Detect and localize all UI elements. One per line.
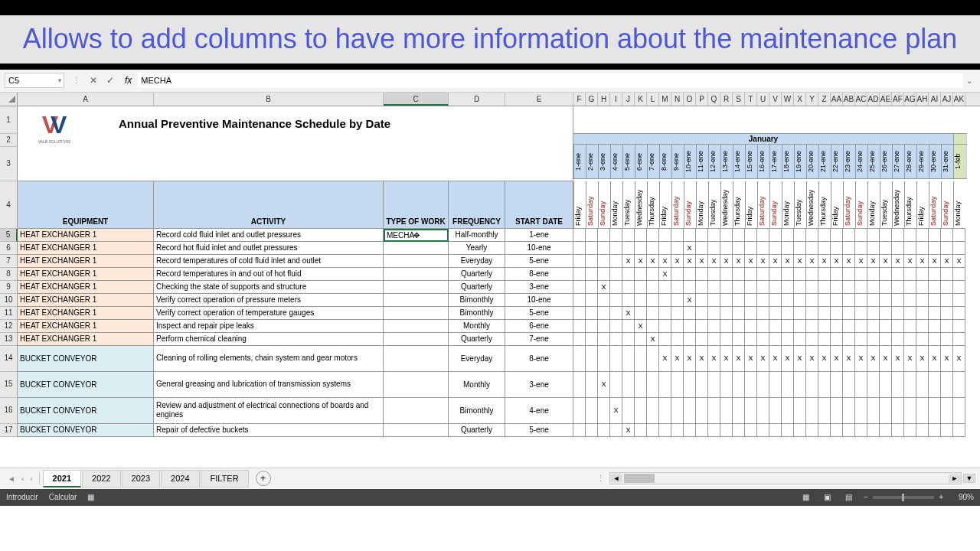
cell-cal-18[interactable] bbox=[782, 229, 794, 242]
cell-cal-8[interactable] bbox=[659, 294, 671, 307]
cell-cal-20[interactable]: X bbox=[806, 255, 818, 268]
cell-cal-7[interactable]: X bbox=[647, 255, 659, 268]
cell-cal-15[interactable]: X bbox=[745, 255, 757, 268]
cell-cal-2[interactable] bbox=[586, 268, 598, 281]
cell-cal-21[interactable] bbox=[818, 281, 831, 294]
cell-cal-16[interactable] bbox=[757, 242, 769, 255]
cell-cal-2[interactable] bbox=[586, 281, 598, 294]
cell-cal-13[interactable] bbox=[720, 242, 733, 255]
cell-cal-28[interactable] bbox=[904, 281, 916, 294]
cell-cal-6[interactable]: X bbox=[635, 320, 647, 333]
cell-cal-22[interactable] bbox=[831, 424, 843, 437]
cell-cal-13[interactable] bbox=[720, 229, 733, 242]
cell-cal-9[interactable] bbox=[671, 320, 684, 333]
cell-cal-17[interactable] bbox=[769, 398, 782, 424]
col-header-I[interactable]: I bbox=[610, 93, 622, 106]
cell-cal-28[interactable] bbox=[904, 229, 916, 242]
cell-cal-19[interactable] bbox=[794, 424, 806, 437]
row-header-12[interactable]: 12 bbox=[0, 320, 18, 333]
cell-cal-13[interactable] bbox=[720, 398, 733, 424]
cell-equipment[interactable]: HEAT EXCHANGER 1 bbox=[18, 281, 154, 294]
cell-cal-3[interactable]: X bbox=[598, 281, 610, 294]
cell-cal-5[interactable] bbox=[622, 268, 635, 281]
cell-cal-32[interactable] bbox=[953, 307, 965, 320]
cell-cal-20[interactable] bbox=[806, 268, 818, 281]
cell-cal-2[interactable] bbox=[586, 424, 598, 437]
cell-cal-8[interactable]: X bbox=[659, 255, 671, 268]
cell-cal-28[interactable] bbox=[904, 242, 916, 255]
col-header-E[interactable]: E bbox=[505, 93, 573, 106]
cell-startdate[interactable]: 3-ene bbox=[505, 372, 573, 398]
cell-cal-20[interactable] bbox=[806, 242, 818, 255]
cell-cal-6[interactable] bbox=[635, 281, 647, 294]
cell-cal-14[interactable] bbox=[733, 320, 745, 333]
cell-cal-22[interactable] bbox=[831, 268, 843, 281]
cell-cal-2[interactable] bbox=[586, 294, 598, 307]
cell-cal-28[interactable] bbox=[904, 307, 916, 320]
cell-cal-22[interactable] bbox=[831, 242, 843, 255]
cell-cal-6[interactable] bbox=[635, 346, 647, 372]
cell-startdate[interactable]: 5-ene bbox=[505, 255, 573, 268]
cell-cal-9[interactable]: X bbox=[671, 346, 684, 372]
cell-cal-24[interactable]: X bbox=[855, 255, 867, 268]
cell-startdate[interactable]: 5-ene bbox=[505, 307, 573, 320]
cell-cal-1[interactable] bbox=[573, 346, 586, 372]
cell-cal-23[interactable] bbox=[843, 372, 855, 398]
col-header-G[interactable]: G bbox=[586, 93, 598, 106]
cell-cal-21[interactable] bbox=[818, 307, 831, 320]
cell-cal-13[interactable] bbox=[720, 307, 733, 320]
cell-cal-24[interactable]: X bbox=[855, 346, 867, 372]
cell-cal-9[interactable] bbox=[671, 398, 684, 424]
cell-cal-15[interactable] bbox=[745, 268, 757, 281]
cell-startdate[interactable]: 7-ene bbox=[505, 333, 573, 346]
cell-cal-2[interactable] bbox=[586, 333, 598, 346]
cell-equipment[interactable]: BUCKET CONVEYOR bbox=[18, 346, 154, 372]
macro-record-icon[interactable]: ▦ bbox=[87, 493, 94, 501]
name-box[interactable] bbox=[5, 73, 64, 88]
cell-cal-6[interactable] bbox=[635, 294, 647, 307]
cell-cal-23[interactable] bbox=[843, 242, 855, 255]
cell-cal-23[interactable] bbox=[843, 424, 855, 437]
table-row[interactable]: BUCKET CONVEYORReview and adjustment of … bbox=[18, 398, 980, 424]
cell-cal-10[interactable] bbox=[684, 268, 696, 281]
cell-cal-5[interactable] bbox=[622, 320, 635, 333]
cell-activity[interactable]: Cleaning of rolling elements, chain syst… bbox=[154, 346, 384, 372]
table-row[interactable]: HEAT EXCHANGER 1Perform chemical cleanin… bbox=[18, 333, 980, 346]
cell-cal-21[interactable] bbox=[818, 398, 831, 424]
cell-cal-31[interactable]: X bbox=[941, 346, 953, 372]
cell-frequency[interactable]: Quarterly bbox=[449, 268, 505, 281]
col-header-K[interactable]: K bbox=[635, 93, 647, 106]
cell-cal-4[interactable]: X bbox=[610, 398, 622, 424]
zoom-out-icon[interactable]: − bbox=[864, 493, 868, 501]
cell-cal-31[interactable] bbox=[941, 333, 953, 346]
cell-cal-2[interactable] bbox=[586, 229, 598, 242]
cell-cal-11[interactable] bbox=[696, 281, 708, 294]
cell-cal-22[interactable] bbox=[831, 294, 843, 307]
cell-cal-16[interactable] bbox=[757, 268, 769, 281]
cell-cal-28[interactable] bbox=[904, 333, 916, 346]
cell-cal-8[interactable] bbox=[659, 229, 671, 242]
cell-cal-16[interactable]: X bbox=[757, 255, 769, 268]
cell-type[interactable] bbox=[384, 281, 449, 294]
cell-cal-26[interactable] bbox=[880, 281, 892, 294]
cell-cal-29[interactable] bbox=[916, 242, 929, 255]
cell-cal-29[interactable] bbox=[916, 398, 929, 424]
cell-cal-8[interactable] bbox=[659, 398, 671, 424]
cell-cal-12[interactable] bbox=[708, 372, 720, 398]
cell-cal-10[interactable]: X bbox=[684, 294, 696, 307]
cell-cal-9[interactable] bbox=[671, 307, 684, 320]
cell-cal-6[interactable] bbox=[635, 242, 647, 255]
cell-cal-6[interactable] bbox=[635, 333, 647, 346]
cell-cal-11[interactable] bbox=[696, 424, 708, 437]
cell-cal-21[interactable] bbox=[818, 242, 831, 255]
cell-cal-24[interactable] bbox=[855, 229, 867, 242]
cell-cal-14[interactable] bbox=[733, 242, 745, 255]
enter-icon[interactable]: ✓ bbox=[106, 75, 114, 86]
cell-cal-17[interactable] bbox=[769, 424, 782, 437]
table-row[interactable]: HEAT EXCHANGER 1Inspect and repair pipe … bbox=[18, 320, 980, 333]
cell-cal-8[interactable] bbox=[659, 242, 671, 255]
col-header-AB[interactable]: AB bbox=[843, 93, 855, 106]
cell-cal-7[interactable] bbox=[647, 268, 659, 281]
table-row[interactable]: HEAT EXCHANGER 1Record hot fluid inlet a… bbox=[18, 242, 980, 255]
cell-cal-13[interactable] bbox=[720, 372, 733, 398]
